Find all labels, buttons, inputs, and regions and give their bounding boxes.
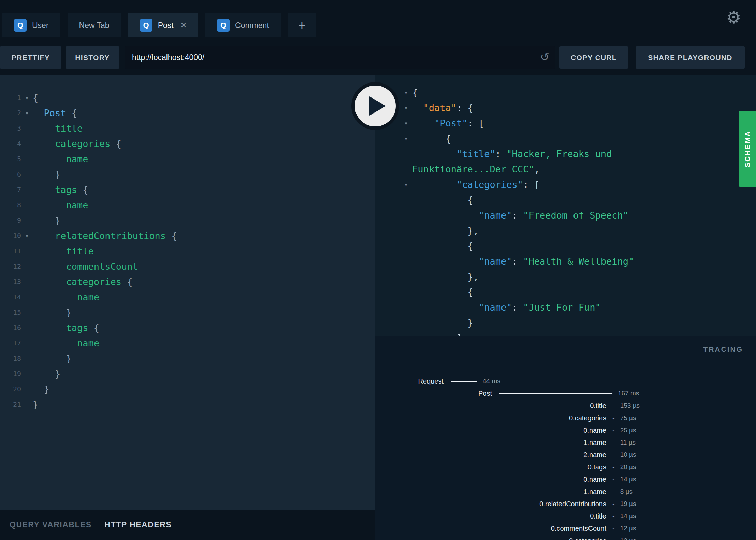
tracing-dash: -	[612, 463, 615, 471]
response-line: ▾ "categories": [	[375, 177, 756, 192]
query-line: 16 tags {	[0, 320, 375, 335]
tracing-time: 44 ms	[483, 377, 500, 385]
tracing-row: 0.title-153 µs	[375, 400, 756, 412]
fold-spacer	[400, 315, 412, 330]
tracing-dash: -	[612, 414, 615, 422]
code-text: }	[412, 315, 473, 330]
query-variables-tab[interactable]: QUERY VARIABLES	[10, 520, 92, 529]
fold-arrow-icon[interactable]: ▾	[21, 228, 33, 243]
fold-arrow-icon[interactable]: ▾	[400, 100, 412, 116]
fold-spacer	[21, 167, 33, 182]
response-line: }	[375, 315, 756, 330]
history-button[interactable]: HISTORY	[66, 46, 119, 69]
code-text: "name": "Health & Wellbeing"	[412, 254, 634, 269]
reload-icon[interactable]: ↺	[540, 50, 549, 63]
share-playground-button[interactable]: SHARE PLAYGROUND	[636, 46, 745, 69]
tracing-dash: -	[612, 512, 615, 520]
tracing-label: 0.tags	[375, 463, 606, 471]
tracing-label: Request	[375, 377, 444, 385]
response-line: ]	[375, 330, 756, 336]
fold-spacer	[400, 208, 412, 223]
response-line: ▾{	[375, 85, 756, 100]
tab-new-tab[interactable]: New Tab	[68, 13, 121, 38]
tracing-row: Request44 ms	[375, 375, 756, 387]
fold-arrow-icon[interactable]: ▾	[400, 131, 412, 146]
settings-gear-icon[interactable]: ⚙	[726, 9, 741, 26]
line-number: 5	[0, 151, 21, 167]
tracing-label: 2.name	[375, 451, 606, 459]
fold-spacer	[21, 381, 33, 397]
tracing-dash: -	[612, 525, 615, 532]
code-text: tags {	[33, 182, 88, 197]
query-line: 13 categories {	[0, 274, 375, 289]
query-line: 6 }	[0, 167, 375, 182]
endpoint-url-input[interactable]	[125, 52, 535, 62]
response-line: {	[375, 238, 756, 254]
tab-close-icon[interactable]: ✕	[180, 21, 187, 30]
code-text: categories {	[33, 136, 121, 151]
http-headers-tab[interactable]: HTTP HEADERS	[105, 520, 172, 529]
tracing-label: 1.name	[375, 488, 606, 496]
code-text: name	[33, 151, 88, 167]
new-tab-button[interactable]: +	[288, 13, 316, 38]
line-number: 11	[0, 243, 21, 259]
bottom-left-bar: QUERY VARIABLES HTTP HEADERS	[0, 510, 375, 540]
tracing-time: 14 µs	[620, 476, 636, 483]
code-text: Funktionäre...Der CCC",	[412, 162, 540, 177]
line-number: 4	[0, 136, 21, 151]
fold-arrow-icon[interactable]: ▾	[400, 85, 412, 100]
tracing-label: 0.categories	[375, 537, 606, 540]
prettify-button[interactable]: PRETTIFY	[0, 46, 61, 69]
code-text: {	[412, 131, 451, 146]
tab-label: Post	[158, 21, 174, 30]
tracing-panel[interactable]: TRACING Request44 msPost167 ms0.title-15…	[375, 336, 756, 540]
tracing-dash: -	[612, 488, 615, 496]
tracing-label: 0.relatedContributions	[375, 500, 606, 508]
tracing-label: 1.name	[375, 439, 606, 447]
code-text: }	[33, 167, 60, 182]
query-editor[interactable]: 1▾{2▾ Post {3 title4 categories {5 name6…	[0, 75, 375, 510]
line-number: 15	[0, 305, 21, 320]
tab-user[interactable]: QUser	[2, 13, 60, 38]
fold-spacer	[400, 146, 412, 162]
tracing-time: 13 µs	[620, 537, 636, 540]
tracing-dash: -	[612, 537, 615, 540]
tracing-row: 0.title-14 µs	[375, 510, 756, 522]
code-text: {	[33, 90, 38, 105]
playground-logo-icon: Q	[14, 19, 27, 32]
play-icon	[369, 96, 386, 116]
line-number: 20	[0, 381, 21, 397]
fold-arrow-icon[interactable]: ▾	[21, 90, 33, 105]
tracing-row: 0.name-25 µs	[375, 424, 756, 436]
query-line: 2▾ Post {	[0, 105, 375, 121]
response-line: Funktionäre...Der CCC",	[375, 162, 756, 177]
line-number: 17	[0, 335, 21, 351]
code-text: }	[33, 381, 49, 397]
tracing-time: 12 µs	[620, 525, 636, 532]
code-text: categories {	[33, 274, 133, 289]
copy-curl-button[interactable]: COPY CURL	[559, 46, 628, 69]
code-text: "name": "Just For Fun"	[412, 300, 601, 315]
fold-spacer	[400, 330, 412, 336]
tracing-duration-bar	[451, 381, 477, 382]
fold-arrow-icon[interactable]: ▾	[21, 105, 33, 121]
fold-arrow-icon[interactable]: ▾	[400, 116, 412, 131]
tab-post[interactable]: QPost✕	[128, 13, 198, 38]
tracing-dash: -	[612, 439, 615, 447]
schema-side-tab[interactable]: SCHEMA	[739, 111, 756, 187]
line-number: 10	[0, 228, 21, 243]
line-number: 16	[0, 320, 21, 335]
response-viewer[interactable]: ▾{▾ "data": {▾ "Post": [▾ { "title": "Ha…	[375, 75, 756, 336]
query-line: 17 name	[0, 335, 375, 351]
tab-comment[interactable]: QComment	[205, 13, 281, 38]
query-line: 12 commentsCount	[0, 259, 375, 274]
execute-query-button[interactable]	[351, 82, 399, 130]
tracing-label: 0.categories	[375, 414, 606, 422]
code-text: ]	[412, 330, 462, 336]
code-text: {	[412, 284, 473, 300]
fold-spacer	[21, 151, 33, 167]
line-number: 6	[0, 167, 21, 182]
fold-arrow-icon[interactable]: ▾	[400, 177, 412, 192]
code-text: "data": {	[412, 100, 473, 116]
line-number: 2	[0, 105, 21, 121]
